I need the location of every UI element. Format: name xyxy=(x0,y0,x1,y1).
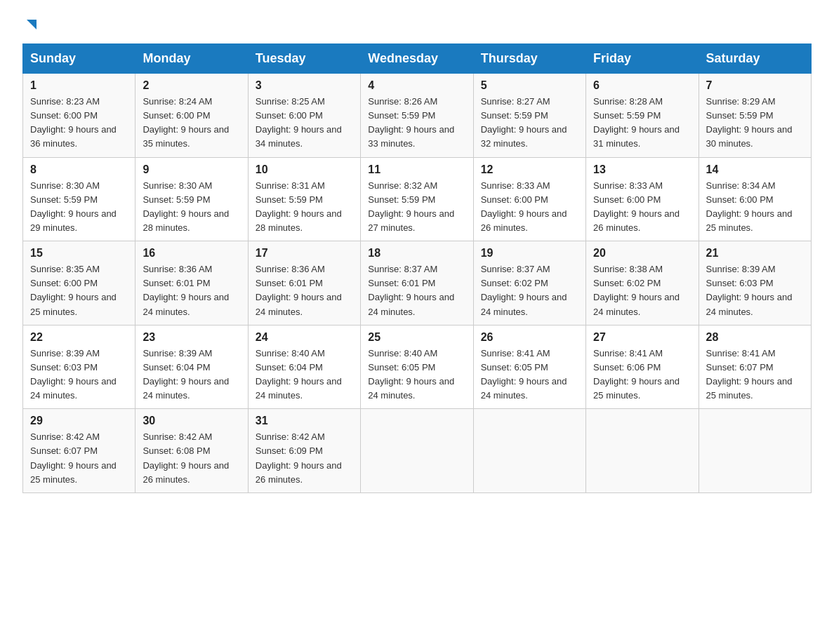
day-info: Sunrise: 8:26 AMSunset: 5:59 PMDaylight:… xyxy=(368,96,454,149)
calendar-day-cell: 27 Sunrise: 8:41 AMSunset: 6:06 PMDaylig… xyxy=(586,325,699,409)
calendar-header-saturday: Saturday xyxy=(699,44,811,74)
calendar-day-cell: 22 Sunrise: 8:39 AMSunset: 6:03 PMDaylig… xyxy=(23,325,135,409)
day-number: 29 xyxy=(30,415,128,427)
day-number: 2 xyxy=(143,79,240,92)
calendar-day-cell: 30 Sunrise: 8:42 AMSunset: 6:08 PMDaylig… xyxy=(135,409,248,493)
calendar-day-cell: 12 Sunrise: 8:33 AMSunset: 6:00 PMDaylig… xyxy=(473,157,585,241)
day-number: 4 xyxy=(368,79,465,92)
day-info: Sunrise: 8:27 AMSunset: 5:59 PMDaylight:… xyxy=(481,96,567,149)
calendar-day-cell: 20 Sunrise: 8:38 AMSunset: 6:02 PMDaylig… xyxy=(586,241,699,326)
day-info: Sunrise: 8:36 AMSunset: 6:01 PMDaylight:… xyxy=(143,264,229,316)
day-number: 22 xyxy=(30,331,128,344)
day-number: 8 xyxy=(30,163,128,176)
calendar-week-row: 8 Sunrise: 8:30 AMSunset: 5:59 PMDayligh… xyxy=(23,157,812,241)
day-info: Sunrise: 8:41 AMSunset: 6:05 PMDaylight:… xyxy=(481,348,567,401)
calendar-day-cell: 1 Sunrise: 8:23 AMSunset: 6:00 PMDayligh… xyxy=(23,74,135,158)
calendar-day-cell: 4 Sunrise: 8:26 AMSunset: 5:59 PMDayligh… xyxy=(361,74,473,158)
calendar-day-cell: 29 Sunrise: 8:42 AMSunset: 6:07 PMDaylig… xyxy=(23,409,135,493)
calendar-week-row: 22 Sunrise: 8:39 AMSunset: 6:03 PMDaylig… xyxy=(23,325,812,409)
day-info: Sunrise: 8:35 AMSunset: 6:00 PMDaylight:… xyxy=(30,264,117,316)
day-info: Sunrise: 8:30 AMSunset: 5:59 PMDaylight:… xyxy=(143,180,229,233)
calendar-day-cell: 16 Sunrise: 8:36 AMSunset: 6:01 PMDaylig… xyxy=(135,241,248,326)
day-number: 5 xyxy=(481,79,578,92)
day-info: Sunrise: 8:31 AMSunset: 5:59 PMDaylight:… xyxy=(256,180,342,233)
calendar-day-cell: 2 Sunrise: 8:24 AMSunset: 6:00 PMDayligh… xyxy=(135,74,248,158)
day-info: Sunrise: 8:33 AMSunset: 6:00 PMDaylight:… xyxy=(481,180,567,233)
day-info: Sunrise: 8:33 AMSunset: 6:00 PMDaylight:… xyxy=(593,180,680,233)
day-number: 11 xyxy=(368,163,465,176)
calendar-day-cell: 3 Sunrise: 8:25 AMSunset: 6:00 PMDayligh… xyxy=(248,74,360,158)
day-number: 21 xyxy=(706,247,804,260)
calendar-day-cell xyxy=(699,409,811,493)
day-info: Sunrise: 8:36 AMSunset: 6:01 PMDaylight:… xyxy=(256,264,342,316)
day-info: Sunrise: 8:30 AMSunset: 5:59 PMDaylight:… xyxy=(30,180,117,233)
calendar-day-cell: 23 Sunrise: 8:39 AMSunset: 6:04 PMDaylig… xyxy=(135,325,248,409)
calendar-table: SundayMondayTuesdayWednesdayThursdayFrid… xyxy=(22,43,812,493)
day-number: 14 xyxy=(706,163,804,176)
day-info: Sunrise: 8:42 AMSunset: 6:07 PMDaylight:… xyxy=(30,431,117,484)
calendar-header-tuesday: Tuesday xyxy=(248,44,360,74)
day-number: 25 xyxy=(368,331,465,344)
day-number: 26 xyxy=(481,331,578,344)
calendar-header-thursday: Thursday xyxy=(473,44,585,74)
day-info: Sunrise: 8:39 AMSunset: 6:04 PMDaylight:… xyxy=(143,348,229,401)
day-number: 27 xyxy=(593,331,691,344)
day-number: 24 xyxy=(256,331,353,344)
day-info: Sunrise: 8:40 AMSunset: 6:05 PMDaylight:… xyxy=(368,348,454,401)
day-info: Sunrise: 8:41 AMSunset: 6:06 PMDaylight:… xyxy=(593,348,680,401)
day-info: Sunrise: 8:41 AMSunset: 6:07 PMDaylight:… xyxy=(706,348,793,401)
calendar-header-sunday: Sunday xyxy=(23,44,135,74)
calendar-day-cell: 18 Sunrise: 8:37 AMSunset: 6:01 PMDaylig… xyxy=(361,241,473,326)
day-info: Sunrise: 8:23 AMSunset: 6:00 PMDaylight:… xyxy=(30,96,117,149)
calendar-day-cell: 13 Sunrise: 8:33 AMSunset: 6:00 PMDaylig… xyxy=(586,157,699,241)
calendar-day-cell: 19 Sunrise: 8:37 AMSunset: 6:02 PMDaylig… xyxy=(473,241,585,326)
day-number: 6 xyxy=(593,79,691,92)
page-header xyxy=(22,17,812,31)
day-info: Sunrise: 8:40 AMSunset: 6:04 PMDaylight:… xyxy=(256,348,342,401)
day-info: Sunrise: 8:38 AMSunset: 6:02 PMDaylight:… xyxy=(593,264,680,316)
day-number: 9 xyxy=(143,163,240,176)
day-info: Sunrise: 8:29 AMSunset: 5:59 PMDaylight:… xyxy=(706,96,793,149)
calendar-day-cell: 28 Sunrise: 8:41 AMSunset: 6:07 PMDaylig… xyxy=(699,325,811,409)
logo-arrow-icon xyxy=(24,17,39,32)
calendar-day-cell xyxy=(586,409,699,493)
calendar-header-friday: Friday xyxy=(586,44,699,74)
calendar-day-cell: 10 Sunrise: 8:31 AMSunset: 5:59 PMDaylig… xyxy=(248,157,360,241)
svg-marker-0 xyxy=(27,20,37,29)
day-info: Sunrise: 8:34 AMSunset: 6:00 PMDaylight:… xyxy=(706,180,793,233)
day-number: 30 xyxy=(143,415,240,427)
calendar-day-cell: 15 Sunrise: 8:35 AMSunset: 6:00 PMDaylig… xyxy=(23,241,135,326)
calendar-header-monday: Monday xyxy=(135,44,248,74)
day-number: 7 xyxy=(706,79,804,92)
calendar-day-cell xyxy=(361,409,473,493)
calendar-day-cell: 14 Sunrise: 8:34 AMSunset: 6:00 PMDaylig… xyxy=(699,157,811,241)
calendar-day-cell: 6 Sunrise: 8:28 AMSunset: 5:59 PMDayligh… xyxy=(586,74,699,158)
day-number: 23 xyxy=(143,331,240,344)
day-info: Sunrise: 8:42 AMSunset: 6:09 PMDaylight:… xyxy=(256,431,342,484)
logo xyxy=(22,17,39,31)
calendar-day-cell xyxy=(473,409,585,493)
day-info: Sunrise: 8:25 AMSunset: 6:00 PMDaylight:… xyxy=(256,96,342,149)
calendar-day-cell: 9 Sunrise: 8:30 AMSunset: 5:59 PMDayligh… xyxy=(135,157,248,241)
day-number: 13 xyxy=(593,163,691,176)
day-info: Sunrise: 8:28 AMSunset: 5:59 PMDaylight:… xyxy=(593,96,680,149)
calendar-day-cell: 5 Sunrise: 8:27 AMSunset: 5:59 PMDayligh… xyxy=(473,74,585,158)
calendar-header-row: SundayMondayTuesdayWednesdayThursdayFrid… xyxy=(23,44,812,74)
calendar-day-cell: 17 Sunrise: 8:36 AMSunset: 6:01 PMDaylig… xyxy=(248,241,360,326)
day-info: Sunrise: 8:37 AMSunset: 6:01 PMDaylight:… xyxy=(368,264,454,316)
day-number: 18 xyxy=(368,247,465,260)
day-number: 20 xyxy=(593,247,691,260)
day-number: 16 xyxy=(143,247,240,260)
calendar-week-row: 15 Sunrise: 8:35 AMSunset: 6:00 PMDaylig… xyxy=(23,241,812,326)
calendar-day-cell: 21 Sunrise: 8:39 AMSunset: 6:03 PMDaylig… xyxy=(699,241,811,326)
calendar-day-cell: 11 Sunrise: 8:32 AMSunset: 5:59 PMDaylig… xyxy=(361,157,473,241)
day-number: 15 xyxy=(30,247,128,260)
calendar-week-row: 29 Sunrise: 8:42 AMSunset: 6:07 PMDaylig… xyxy=(23,409,812,493)
day-number: 10 xyxy=(256,163,353,176)
day-number: 1 xyxy=(30,79,128,92)
calendar-day-cell: 25 Sunrise: 8:40 AMSunset: 6:05 PMDaylig… xyxy=(361,325,473,409)
calendar-day-cell: 31 Sunrise: 8:42 AMSunset: 6:09 PMDaylig… xyxy=(248,409,360,493)
day-number: 17 xyxy=(256,247,353,260)
day-info: Sunrise: 8:32 AMSunset: 5:59 PMDaylight:… xyxy=(368,180,454,233)
day-info: Sunrise: 8:37 AMSunset: 6:02 PMDaylight:… xyxy=(481,264,567,316)
